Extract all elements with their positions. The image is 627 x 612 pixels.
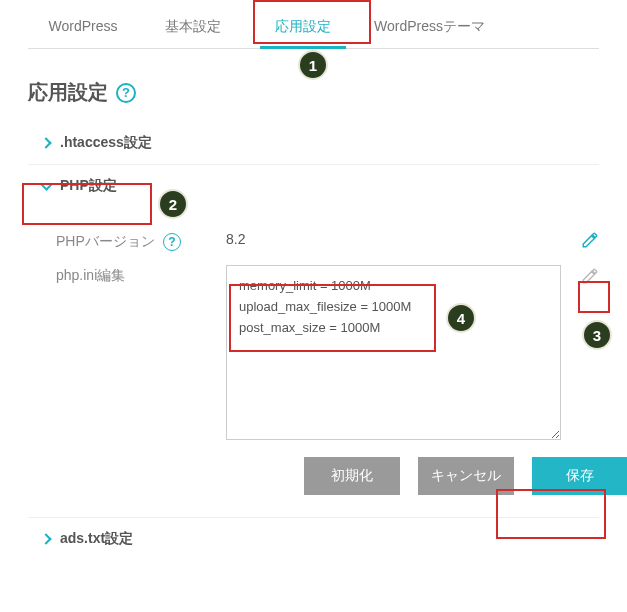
accordion-php-title: PHP設定 [60, 177, 117, 195]
php-ini-label: php.ini編集 [56, 267, 125, 285]
chevron-right-icon [32, 139, 60, 147]
help-icon[interactable]: ? [116, 83, 136, 103]
save-button[interactable]: 保存 [532, 457, 627, 495]
tabs: WordPress 基本設定 応用設定 WordPressテーマ [28, 4, 599, 49]
cancel-button[interactable]: キャンセル [418, 457, 514, 495]
tab-wordpress[interactable]: WordPress [28, 4, 138, 48]
accordion-php[interactable]: PHP設定 [28, 164, 599, 207]
php-section-body: PHPバージョン ? 8.2 php.ini編集 [28, 207, 599, 495]
accordion-htaccess[interactable]: .htaccess設定 [28, 122, 599, 164]
tab-wordpress-theme[interactable]: WordPressテーマ [358, 4, 501, 48]
accordion-adstxt[interactable]: ads.txt設定 [28, 517, 599, 560]
accordion-adstxt-title: ads.txt設定 [60, 530, 133, 548]
chevron-right-icon [32, 535, 60, 543]
chevron-down-icon [32, 183, 60, 189]
tab-advanced-settings[interactable]: 応用設定 [248, 4, 358, 48]
php-ini-textarea[interactable] [226, 265, 561, 440]
page-title: 応用設定 [28, 79, 108, 106]
help-icon[interactable]: ? [163, 233, 181, 251]
pencil-icon[interactable] [579, 229, 601, 251]
tab-basic-settings[interactable]: 基本設定 [138, 4, 248, 48]
accordion-htaccess-title: .htaccess設定 [60, 134, 152, 152]
php-version-label: PHPバージョン [56, 233, 155, 251]
reset-button[interactable]: 初期化 [304, 457, 400, 495]
pencil-icon[interactable] [579, 265, 601, 287]
php-version-value: 8.2 [226, 231, 245, 247]
